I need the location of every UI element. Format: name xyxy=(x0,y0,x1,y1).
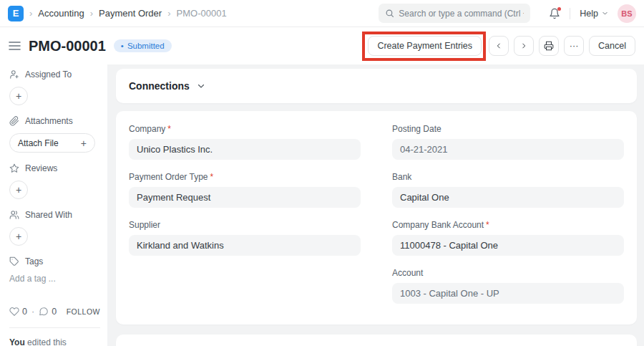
follow-button[interactable]: FOLLOW xyxy=(67,307,100,316)
star-icon xyxy=(9,163,19,173)
field-company-bank-account: Company Bank Account* 11000478 - Capital… xyxy=(392,220,624,256)
next-document-button[interactable] xyxy=(514,36,534,56)
field-label-row: Posting Date xyxy=(392,124,624,134)
connections-section[interactable]: Connections xyxy=(116,69,637,103)
erpnext-logo-icon[interactable]: E xyxy=(8,6,24,21)
field-label-row: Account xyxy=(392,268,624,278)
field-label-row: Company* xyxy=(129,124,361,134)
navbar-right: Help BS xyxy=(379,4,636,23)
notifications-button[interactable] xyxy=(549,8,560,19)
sidebar-toggle-icon[interactable] xyxy=(9,41,21,51)
create-payment-entries-button[interactable]: Create Payment Entries xyxy=(368,36,482,56)
add-review-button[interactable]: + xyxy=(9,181,28,199)
field-account: Account 1003 - Capital One - UP xyxy=(392,268,624,304)
form-column-right: Posting Date 04-21-2021 Bank Capital One… xyxy=(392,124,624,316)
sidebar-divider xyxy=(9,327,100,328)
required-marker: * xyxy=(486,220,489,230)
chevron-down-icon xyxy=(602,10,608,16)
like-count[interactable]: 0 xyxy=(22,307,27,317)
heart-icon[interactable] xyxy=(9,307,19,317)
paperclip-icon xyxy=(9,116,19,126)
share-button[interactable]: + xyxy=(9,227,28,246)
attach-file-button[interactable]: Attach File + xyxy=(9,133,95,153)
chevron-right-icon: › xyxy=(90,8,93,19)
form-grid: Company* Unico Plastics Inc. Payment Ord… xyxy=(129,124,624,316)
attachments-section: Attachments Attach File + xyxy=(9,116,100,153)
field-bank: Bank Capital One xyxy=(392,172,624,208)
field-label-row: Payment Order Type* xyxy=(129,172,361,182)
tags-label: Tags xyxy=(25,256,43,266)
activity-edited: You edited this just now xyxy=(9,337,100,346)
required-marker: * xyxy=(210,172,214,182)
breadcrumb-current: PMO-00001 xyxy=(177,8,227,19)
search-input[interactable] xyxy=(399,9,524,19)
company-bank-account-label: Company Bank Account xyxy=(392,220,484,230)
help-label: Help xyxy=(580,9,598,19)
comment-count[interactable]: 0 xyxy=(52,307,57,317)
page-title: PMO-00001 xyxy=(29,38,106,54)
field-label-row: Company Bank Account* xyxy=(392,220,624,230)
company-label: Company xyxy=(129,124,165,134)
primary-action-wrap: Create Payment Entries xyxy=(368,36,482,56)
form-main: Connections Company* Unico Plastics Inc.… xyxy=(107,64,644,346)
global-search[interactable] xyxy=(379,4,530,23)
page-header: PMO-00001 • Submitted Create Payment Ent… xyxy=(0,27,644,64)
field-company: Company* Unico Plastics Inc. xyxy=(129,124,361,160)
company-input[interactable]: Unico Plastics Inc. xyxy=(129,139,361,160)
shared-with-section: Shared With + xyxy=(9,210,100,246)
breadcrumb-accounting[interactable]: Accounting xyxy=(38,8,84,19)
connections-title: Connections xyxy=(129,80,190,92)
field-supplier: Supplier Kirkland and Watkins xyxy=(129,220,361,256)
chevron-right-icon: › xyxy=(29,8,32,19)
field-posting-date: Posting Date 04-21-2021 xyxy=(392,124,624,160)
tags-section: Tags Add a tag ... xyxy=(9,256,100,284)
prev-document-button[interactable] xyxy=(489,36,509,56)
add-assignment-button[interactable]: + xyxy=(9,87,28,105)
cancel-button[interactable]: Cancel xyxy=(589,36,635,56)
dot-separator: · xyxy=(31,307,34,317)
reviews-label: Reviews xyxy=(25,163,57,173)
field-label-row: Supplier xyxy=(129,220,361,230)
more-menu-button[interactable]: ··· xyxy=(564,36,584,56)
chevron-right-icon xyxy=(520,42,527,49)
attach-file-label: Attach File xyxy=(18,138,59,148)
notification-dot xyxy=(557,7,561,11)
chevron-down-icon xyxy=(197,82,205,90)
chevron-left-icon xyxy=(495,42,502,49)
help-dropdown[interactable]: Help xyxy=(580,9,608,19)
status-dot: • xyxy=(121,42,124,50)
activity-action: edited this xyxy=(25,337,67,346)
account-label: Account xyxy=(392,268,423,278)
printer-icon xyxy=(544,41,554,51)
assigned-to-header: Assigned To xyxy=(9,69,100,80)
breadcrumb-payment-order[interactable]: Payment Order xyxy=(99,8,162,19)
supplier-label: Supplier xyxy=(129,220,160,230)
add-tag-input[interactable]: Add a tag ... xyxy=(9,274,100,284)
field-label-row: Bank xyxy=(392,172,624,182)
form-column-left: Company* Unico Plastics Inc. Payment Ord… xyxy=(129,124,361,316)
supplier-input[interactable]: Kirkland and Watkins xyxy=(129,235,361,256)
chevron-right-icon: › xyxy=(167,8,170,19)
payment-order-reference-section: Payment Order Reference No. Type Name Am… xyxy=(116,335,637,346)
search-icon xyxy=(385,9,394,18)
shared-with-label: Shared With xyxy=(25,210,72,220)
assigned-to-label: Assigned To xyxy=(25,69,72,80)
payment-order-type-input[interactable]: Payment Request xyxy=(129,187,361,208)
comment-icon[interactable] xyxy=(39,307,49,317)
payment-order-type-label: Payment Order Type xyxy=(129,172,208,182)
company-bank-account-input[interactable]: 11000478 - Capital One xyxy=(392,235,624,256)
shared-users-icon xyxy=(9,210,19,220)
account-input[interactable]: 1003 - Capital One - UP xyxy=(392,283,624,304)
status-label: Submitted xyxy=(127,42,165,50)
assigned-to-section: Assigned To + xyxy=(9,69,100,105)
print-button[interactable] xyxy=(539,36,559,56)
bank-input[interactable]: Capital One xyxy=(392,187,624,208)
posting-date-input[interactable]: 04-21-2021 xyxy=(392,139,624,160)
posting-date-label: Posting Date xyxy=(392,124,441,134)
tags-header: Tags xyxy=(9,256,100,266)
payment-order-page: E › Accounting › Payment Order › PMO-000… xyxy=(0,0,644,346)
user-avatar[interactable]: BS xyxy=(618,4,636,23)
reviews-section: Reviews + xyxy=(9,163,100,199)
shared-with-header: Shared With xyxy=(9,210,100,220)
page-actions: Create Payment Entries ··· Cancel xyxy=(368,36,635,56)
